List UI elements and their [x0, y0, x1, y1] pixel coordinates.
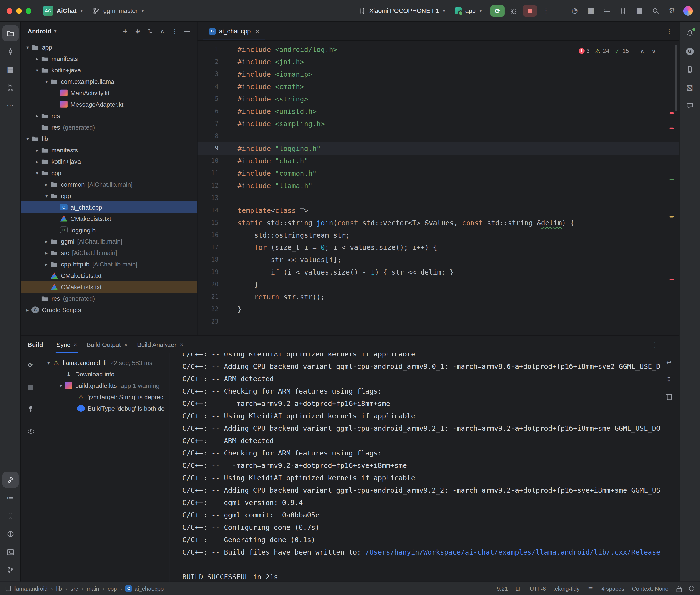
warnings-badge[interactable]: ⚠24 [594, 45, 609, 57]
tool-window-button-ai-assistant[interactable] [682, 97, 698, 114]
editor-scrollbar[interactable] [675, 45, 677, 111]
project-tree-item[interactable]: CMakeLists.txt [21, 213, 197, 224]
line-number[interactable]: 19 [198, 266, 228, 278]
line-number[interactable]: 11 [198, 167, 228, 179]
tool-window-button-commit[interactable] [2, 43, 18, 59]
device-selector[interactable]: Xiaomi POCOPHONE F1 ▾ [355, 4, 449, 18]
breadcrumb-item[interactable]: cpp [108, 585, 117, 592]
line-number[interactable]: 5 [198, 93, 228, 105]
hide-panel-button[interactable]: — [182, 26, 192, 36]
tool-window-button-logcat[interactable]: ≔ [2, 490, 18, 506]
build-tree-item[interactable]: ▾build.gradle.ktsapp 1 warning [40, 380, 170, 391]
more-actions-button[interactable]: ⋮ [539, 4, 553, 18]
project-tree-item[interactable]: ▸kotlin+java [21, 156, 197, 167]
project-tree-item[interactable]: ▸manifests [21, 144, 197, 156]
status-widget[interactable]: 4 spaces [601, 585, 624, 592]
tool-window-button-problems[interactable] [2, 526, 18, 542]
tool-window-button-more-tool-windows[interactable]: ⋯ [2, 97, 18, 114]
project-tree-item[interactable]: Cai_chat.cpp [21, 201, 197, 213]
line-number[interactable]: 14 [198, 204, 228, 217]
stop-button[interactable]: ■ [523, 5, 537, 17]
device-mirroring-button[interactable] [616, 4, 631, 18]
project-tree-item[interactable]: ▾cpp [21, 167, 197, 178]
build-tab-build-output[interactable]: Build Output× [82, 336, 133, 353]
breadcrumb-item[interactable]: Cai_chat.cpp [125, 585, 164, 592]
line-number[interactable]: 21 [198, 291, 228, 303]
resource-manager-button[interactable]: ▦ [632, 4, 647, 18]
project-tree-item[interactable]: ▾com.example.llama [21, 76, 197, 87]
clear-all-button[interactable] [664, 391, 674, 402]
build-tree-item[interactable]: ▾⚠llama.android: fi22 sec, 583 ms [40, 357, 170, 368]
search-everywhere-button[interactable] [648, 4, 663, 18]
tool-window-button-structure[interactable]: ▤ [2, 61, 18, 78]
previous-issue-icon[interactable]: ∧ [639, 47, 646, 55]
line-number[interactable]: 2 [198, 56, 228, 68]
errors-badge[interactable]: !3 [579, 45, 589, 57]
line-number[interactable]: 12 [198, 179, 228, 192]
project-tree-item[interactable]: ▸GGradle Scripts [21, 304, 197, 315]
build-tree-item[interactable]: ⚠'jvmTarget: String' is deprec [40, 391, 170, 403]
project-tree-item[interactable]: CMakeLists.txt [21, 270, 197, 281]
user-avatar-button[interactable] [681, 4, 695, 18]
app-quality-insights-button[interactable]: ▣ [584, 4, 598, 18]
build-tab-sync[interactable]: Sync× [52, 336, 82, 353]
tool-window-button-project[interactable] [2, 25, 18, 41]
status-widget[interactable]: UTF-8 [530, 585, 546, 592]
project-tree-item[interactable]: ▾app [21, 41, 197, 53]
project-view-selector[interactable]: Android [28, 27, 52, 34]
project-tree-item[interactable]: ▾kotlin+java [21, 64, 197, 76]
project-tree-item[interactable]: ▾lib [21, 133, 197, 144]
status-widget[interactable]: 9:21 [497, 585, 508, 592]
code-editor[interactable]: !3⚠24✓15∧∨ 1#include <android/log.h>2#in… [198, 41, 679, 336]
indent-options-icon[interactable]: ≡ [587, 585, 594, 592]
panel-options-button[interactable]: ⋮ [170, 26, 180, 36]
settings-button[interactable]: ⚙ [665, 4, 679, 18]
line-number[interactable]: 23 [198, 315, 228, 328]
tool-window-button-device-manager[interactable] [682, 61, 698, 78]
view-options-button[interactable] [23, 424, 38, 438]
line-number[interactable]: 18 [198, 254, 228, 266]
close-tab-icon[interactable]: × [124, 341, 128, 348]
project-selector[interactable]: AC AiChat ▾ [39, 4, 87, 18]
close-tab-icon[interactable]: × [255, 27, 259, 35]
line-number[interactable]: 7 [198, 118, 228, 130]
profiler-button[interactable]: ◔ [567, 4, 582, 18]
locate-file-button[interactable]: ⊕ [133, 26, 143, 36]
vcs-branch-selector[interactable]: ggml-master ▾ [89, 4, 148, 18]
pin-tab-button[interactable] [23, 402, 38, 416]
line-number[interactable]: 10 [198, 155, 228, 167]
breadcrumb-item[interactable]: src [71, 585, 78, 592]
line-number[interactable]: 6 [198, 105, 228, 118]
tool-window-button-terminal[interactable] [2, 544, 18, 560]
next-issue-icon[interactable]: ∨ [650, 47, 657, 55]
project-tree-item[interactable]: ▸src[AiChat.lib.main] [21, 247, 197, 258]
add-button[interactable]: + [120, 26, 131, 36]
status-widget[interactable]: LF [515, 585, 522, 592]
build-tree-item[interactable]: ↓Download info [40, 368, 170, 380]
line-number[interactable]: 16 [198, 229, 228, 242]
close-window-button[interactable] [7, 8, 12, 13]
passed-badge[interactable]: ✓15 [614, 45, 629, 57]
editor-tab-ai-chat-cpp[interactable]: C ai_chat.cpp × [203, 22, 265, 40]
build-tree-item[interactable]: iBuildType 'debug' is both de [40, 403, 170, 414]
tool-window-button-build[interactable] [2, 472, 18, 488]
project-tree-item[interactable]: res(generated) [21, 293, 197, 304]
restart-build-button[interactable]: ⟳ [23, 358, 38, 372]
line-number[interactable]: 17 [198, 241, 228, 254]
expand-all-button[interactable]: ⇅ [145, 26, 155, 36]
breadcrumb-item[interactable]: main [87, 585, 99, 592]
line-number[interactable]: 20 [198, 278, 228, 291]
project-tree-item[interactable]: ▸res [21, 110, 197, 121]
logcat-toolbar-button[interactable]: ≔ [600, 4, 614, 18]
project-tree-item[interactable]: res(generated) [21, 121, 197, 133]
soft-wrap-button[interactable]: ↩ [664, 357, 674, 367]
status-widget[interactable]: Context: None [632, 585, 668, 592]
console-link[interactable]: /Users/hanyin/Workspace/ai-chat/examples… [365, 548, 660, 556]
debug-button[interactable] [507, 4, 521, 18]
tool-window-button-device-explorer[interactable] [2, 508, 18, 524]
tool-window-button-gradle[interactable]: G [682, 43, 698, 59]
close-tab-icon[interactable]: × [180, 341, 184, 348]
line-number[interactable]: 13 [198, 192, 228, 204]
project-tree-item[interactable]: ▾cpp [21, 190, 197, 201]
tool-window-button-pull-requests[interactable] [2, 80, 18, 96]
